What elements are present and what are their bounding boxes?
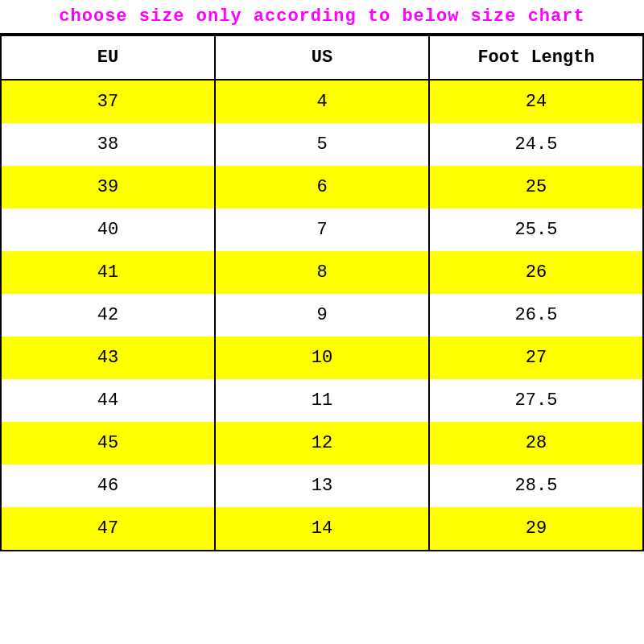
cell-eu-3: 40 xyxy=(1,208,215,251)
table-header-row: EU US Foot Length xyxy=(1,35,643,80)
table-row: 39625 xyxy=(1,166,643,208)
cell-eu-0: 37 xyxy=(1,80,215,123)
cell-foot_length-4: 26 xyxy=(429,251,643,294)
size-chart-table-container: EU US Foot Length 3742438524.53962540725… xyxy=(0,35,644,551)
cell-us-8: 12 xyxy=(215,422,429,464)
cell-foot_length-5: 26.5 xyxy=(429,294,643,336)
table-row: 441127.5 xyxy=(1,379,643,422)
table-row: 37424 xyxy=(1,80,643,123)
table-row: 41826 xyxy=(1,251,643,294)
table-row: 461328.5 xyxy=(1,464,643,507)
cell-eu-7: 44 xyxy=(1,379,215,422)
cell-eu-9: 46 xyxy=(1,464,215,507)
cell-foot_length-2: 25 xyxy=(429,166,643,208)
cell-eu-6: 43 xyxy=(1,336,215,379)
cell-eu-5: 42 xyxy=(1,294,215,336)
cell-eu-2: 39 xyxy=(1,166,215,208)
table-row: 431027 xyxy=(1,336,643,379)
cell-foot_length-9: 28.5 xyxy=(429,464,643,507)
cell-us-0: 4 xyxy=(215,80,429,123)
cell-foot_length-3: 25.5 xyxy=(429,208,643,251)
cell-us-6: 10 xyxy=(215,336,429,379)
cell-eu-8: 45 xyxy=(1,422,215,464)
cell-foot_length-7: 27.5 xyxy=(429,379,643,422)
cell-us-1: 5 xyxy=(215,123,429,166)
cell-foot_length-6: 27 xyxy=(429,336,643,379)
cell-eu-10: 47 xyxy=(1,507,215,551)
cell-foot_length-10: 29 xyxy=(429,507,643,551)
page-header: choose size only according to below size… xyxy=(0,0,644,35)
table-row: 38524.5 xyxy=(1,123,643,166)
col-header-foot-length: Foot Length xyxy=(429,35,643,80)
cell-foot_length-1: 24.5 xyxy=(429,123,643,166)
col-header-us: US xyxy=(215,35,429,80)
cell-foot_length-0: 24 xyxy=(429,80,643,123)
table-row: 471429 xyxy=(1,507,643,551)
col-header-eu: EU xyxy=(1,35,215,80)
cell-us-3: 7 xyxy=(215,208,429,251)
header-text: choose size only according to below size… xyxy=(59,6,584,27)
cell-eu-4: 41 xyxy=(1,251,215,294)
cell-us-9: 13 xyxy=(215,464,429,507)
cell-foot_length-8: 28 xyxy=(429,422,643,464)
cell-us-2: 6 xyxy=(215,166,429,208)
table-row: 42926.5 xyxy=(1,294,643,336)
cell-us-5: 9 xyxy=(215,294,429,336)
table-row: 40725.5 xyxy=(1,208,643,251)
cell-us-4: 8 xyxy=(215,251,429,294)
cell-us-7: 11 xyxy=(215,379,429,422)
size-chart-table: EU US Foot Length 3742438524.53962540725… xyxy=(0,35,644,551)
cell-eu-1: 38 xyxy=(1,123,215,166)
cell-us-10: 14 xyxy=(215,507,429,551)
table-row: 451228 xyxy=(1,422,643,464)
